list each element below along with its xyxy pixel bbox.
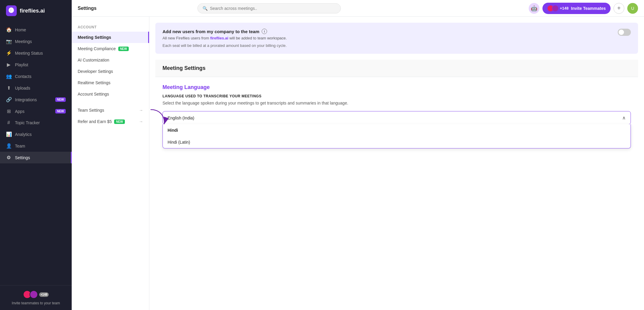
avatar-2	[30, 290, 38, 299]
field-label: LANGUAGE USED TO TRANSCRIBE YOUR MEETING…	[162, 94, 631, 98]
sidebar-item-label: Settings	[15, 155, 30, 160]
playlist-icon: ▶	[6, 62, 11, 67]
sidebar-bottom: +148 Invite teammates to your team	[0, 285, 72, 310]
app-logo[interactable]: 🅟 fireflies.ai	[0, 0, 72, 22]
meeting-status-icon: ⚡	[6, 50, 11, 56]
refer-earn-badge: NEW	[114, 119, 125, 124]
dropdown-option-hindi-latin[interactable]: Hindi (Latin)	[163, 136, 631, 148]
settings-item-team-settings[interactable]: Team Settings →	[72, 105, 149, 116]
sidebar-item-settings[interactable]: ⚙ Settings	[0, 152, 72, 163]
sidebar-item-integrations[interactable]: 🔗 Integrations NEW	[0, 94, 72, 105]
bot-avatar: 🤖	[529, 3, 539, 14]
sidebar-item-topic-tracker[interactable]: # Topic Tracker	[0, 117, 72, 128]
settings-icon: ⚙	[6, 155, 11, 160]
plus-button[interactable]: +	[614, 3, 624, 14]
language-section-title: Meeting Language	[162, 84, 631, 90]
sidebar-item-label: Apps	[15, 109, 24, 114]
sidebar-item-meeting-status[interactable]: ⚡ Meeting Status	[0, 47, 72, 59]
topbar-title: Settings	[78, 6, 102, 11]
topbar: Settings 🔍 🤖 +148 Invite Teammates + U	[72, 0, 644, 17]
meeting-settings-header: Meeting Settings	[155, 60, 638, 77]
sidebar-item-label: Topic Tracker	[15, 120, 40, 125]
topic-tracker-icon: #	[6, 120, 11, 125]
settings-item-ai-customization[interactable]: AI Customization	[72, 54, 149, 66]
uploads-icon: ⬆	[6, 85, 11, 91]
info-icon: i	[262, 29, 267, 34]
invite-avatar-2	[552, 5, 559, 12]
contacts-icon: 👥	[6, 73, 11, 79]
sidebar-item-label: Analytics	[15, 132, 32, 137]
language-dropdown-container: English (India) ∧ Hindi Hindi (Latin)	[162, 111, 631, 125]
meeting-language-section: Meeting Language LANGUAGE USED TO TRANSC…	[155, 77, 638, 132]
add-users-billing: Each seat will be billed at a prorated a…	[162, 43, 612, 48]
settings-item-account-settings[interactable]: Account Settings	[72, 88, 149, 100]
settings-item-meeting-compliance[interactable]: Meeting Compliance NEW	[72, 43, 149, 54]
meetings-icon: 📷	[6, 39, 11, 44]
invite-count: +148	[560, 6, 568, 10]
sidebar-item-home[interactable]: 🏠 Home	[0, 24, 72, 36]
search-input[interactable]	[210, 6, 336, 11]
sidebar-item-label: Contacts	[15, 74, 31, 79]
home-icon: 🏠	[6, 27, 11, 33]
meeting-compliance-left: Meeting Compliance NEW	[78, 46, 129, 51]
invite-btn-label: Invite Teammates	[571, 6, 606, 11]
integrations-icon: 🔗	[6, 97, 11, 102]
invite-text: Invite teammates to your team	[12, 301, 60, 305]
dropdown-chevron-icon: ∧	[622, 115, 626, 121]
dropdown-option-hindi[interactable]: Hindi	[163, 124, 631, 136]
app-name: fireflies.ai	[20, 8, 45, 14]
add-users-title: Add new users from my company to the tea…	[162, 29, 612, 34]
settings-item-developer-settings[interactable]: Developer Settings	[72, 66, 149, 77]
analytics-icon: 📊	[6, 131, 11, 137]
field-desc: Select the language spoken during your m…	[162, 100, 631, 106]
sidebar-item-analytics[interactable]: 📊 Analytics	[0, 128, 72, 140]
sidebar-item-playlist[interactable]: ▶ Playlist	[0, 59, 72, 70]
user-avatar[interactable]: U	[627, 3, 638, 14]
add-users-banner: Add new users from my company to the tea…	[155, 23, 638, 54]
sidebar-item-label: Playlist	[15, 62, 28, 67]
sidebar-item-uploads[interactable]: ⬆ Uploads	[0, 82, 72, 94]
settings-sidebar: Account Meeting Settings Meeting Complia…	[72, 17, 149, 310]
sidebar: 🅟 fireflies.ai 🏠 Home 📷 Meetings ⚡ Meeti…	[0, 0, 72, 310]
sidebar-item-contacts[interactable]: 👥 Contacts	[0, 70, 72, 82]
sidebar-item-label: Meetings	[15, 39, 32, 44]
selected-language: English (India)	[168, 116, 194, 120]
settings-item-refer-earn[interactable]: Refer and Earn $5 NEW →	[72, 116, 149, 127]
meeting-compliance-badge: NEW	[118, 47, 129, 51]
language-dropdown[interactable]: English (India) ∧	[162, 111, 631, 125]
dropdown-menu: Hindi Hindi (Latin)	[162, 124, 631, 148]
refer-earn-left: Refer and Earn $5 NEW	[78, 119, 125, 124]
avatar-stack: +148	[23, 290, 49, 299]
refer-earn-arrow: →	[139, 119, 143, 124]
settings-item-meeting-settings[interactable]: Meeting Settings	[72, 32, 149, 43]
sidebar-item-apps[interactable]: ⊞ Apps NEW	[0, 105, 72, 117]
add-users-desc: All new Fireflies users from fireflies.a…	[162, 36, 612, 40]
settings-main-content: Add new users from my company to the tea…	[149, 17, 644, 310]
content-area: Account Meeting Settings Meeting Complia…	[72, 17, 644, 310]
search-bar[interactable]: 🔍	[197, 3, 341, 13]
sidebar-item-team[interactable]: 👤 Team	[0, 140, 72, 152]
apps-icon: ⊞	[6, 108, 11, 114]
team-settings-arrow: →	[139, 108, 143, 113]
sidebar-item-label: Integrations	[15, 97, 37, 102]
topbar-right: 🤖 +148 Invite Teammates + U	[529, 3, 638, 14]
add-users-toggle[interactable]	[618, 29, 631, 36]
integrations-badge: NEW	[55, 97, 66, 102]
sidebar-item-label: Team	[15, 144, 25, 148]
logo-icon: 🅟	[6, 5, 17, 16]
invite-btn-avatars: +148	[547, 5, 568, 12]
avatar-count: +148	[39, 292, 49, 297]
account-section-label: Account	[72, 23, 149, 32]
sidebar-item-meetings[interactable]: 📷 Meetings	[0, 36, 72, 47]
invite-teammates-button[interactable]: +148 Invite Teammates	[542, 3, 611, 14]
sidebar-item-label: Meeting Status	[15, 51, 43, 56]
sidebar-nav: 🏠 Home 📷 Meetings ⚡ Meeting Status ▶ Pla…	[0, 22, 72, 285]
apps-badge: NEW	[55, 109, 66, 113]
sidebar-item-label: Uploads	[15, 86, 30, 90]
main-container: Settings 🔍 🤖 +148 Invite Teammates + U A…	[72, 0, 644, 310]
settings-item-realtime-settings[interactable]: Realtime Settings	[72, 77, 149, 88]
invite-team-section[interactable]: +148 Invite teammates to your team	[6, 290, 66, 305]
search-icon: 🔍	[203, 6, 208, 11]
sidebar-item-label: Home	[15, 27, 26, 32]
add-users-info: Add new users from my company to the tea…	[162, 29, 612, 48]
